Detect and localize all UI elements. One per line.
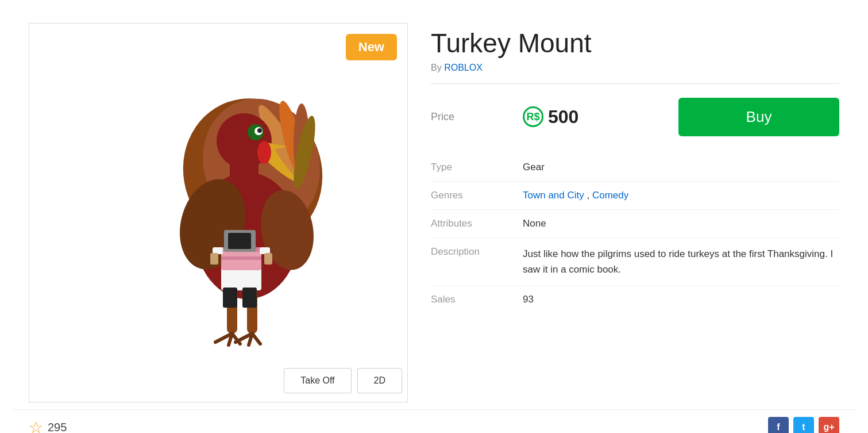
star-icon[interactable]: ☆ <box>29 418 43 434</box>
detail-table: Type Gear Genres Town and City , Comedy … <box>431 154 839 313</box>
attributes-row: Attributes None <box>431 209 839 237</box>
item-details-section: Turkey Mount By ROBLOX Price R$ 500 Buy <box>431 23 839 398</box>
type-label: Type <box>431 154 523 182</box>
item-title: Turkey Mount <box>431 29 839 58</box>
googleplus-button[interactable]: g+ <box>819 417 839 433</box>
main-content: New Take Off 2D Turkey Mount By ROBLOX P… <box>11 12 857 409</box>
twitter-icon: t <box>802 422 805 432</box>
two-d-button[interactable]: 2D <box>357 368 402 393</box>
robux-icon: R$ <box>523 106 543 127</box>
price-amount: 500 <box>548 106 578 128</box>
genres-label: Genres <box>431 181 523 209</box>
creator-prefix: By <box>431 63 442 72</box>
new-badge: New <box>346 34 397 60</box>
favorites-section: ☆ 295 <box>29 418 67 434</box>
creator-link[interactable]: ROBLOX <box>444 63 483 72</box>
description-text: Just like how the pilgrims used to ride … <box>523 248 833 275</box>
description-value: Just like how the pilgrims used to ride … <box>523 237 839 285</box>
preview-buttons: Take Off 2D <box>284 368 402 393</box>
twitter-button[interactable]: t <box>793 417 814 433</box>
facebook-button[interactable]: f <box>768 417 789 433</box>
sales-label: Sales <box>431 285 523 313</box>
svg-rect-32 <box>228 233 251 249</box>
svg-rect-30 <box>242 288 257 308</box>
favorites-count: 295 <box>48 421 67 434</box>
description-label: Description <box>431 237 523 285</box>
buy-button[interactable]: Buy <box>678 98 839 136</box>
take-off-button[interactable]: Take Off <box>284 368 351 393</box>
type-value: Gear <box>523 154 839 182</box>
svg-point-12 <box>257 128 262 133</box>
svg-rect-28 <box>221 256 261 260</box>
sales-value: 93 <box>523 285 839 313</box>
item-creator: By ROBLOX <box>431 63 839 73</box>
genre1-link[interactable]: Town and City <box>523 190 584 201</box>
googleplus-icon: g+ <box>823 422 834 432</box>
genres-row: Genres Town and City , Comedy <box>431 181 839 209</box>
type-row: Type Gear <box>431 154 839 182</box>
price-buy-row: Price R$ 500 Buy <box>431 98 839 136</box>
genre-separator: , <box>584 190 592 201</box>
svg-point-14 <box>257 141 271 164</box>
divider <box>431 83 839 84</box>
sales-row: Sales 93 <box>431 285 839 313</box>
svg-line-24 <box>252 334 260 344</box>
attributes-value: None <box>523 209 839 237</box>
item-preview-section: New Take Off 2D <box>29 23 408 398</box>
genres-value: Town and City , Comedy <box>523 181 839 209</box>
turkey-illustration <box>92 58 345 368</box>
svg-rect-29 <box>223 288 237 308</box>
svg-rect-36 <box>264 253 272 265</box>
social-icons: f t g+ <box>768 417 839 433</box>
price-label: Price <box>431 111 506 123</box>
attributes-label: Attributes <box>431 209 523 237</box>
svg-rect-35 <box>210 253 218 265</box>
facebook-icon: f <box>777 422 780 432</box>
bottom-bar: ☆ 295 f t g+ <box>11 409 857 433</box>
item-image-box: New <box>29 23 408 403</box>
description-row: Description Just like how the pilgrims u… <box>431 237 839 285</box>
genre2-link[interactable]: Comedy <box>592 190 628 201</box>
price-value: R$ 500 <box>523 106 661 128</box>
page-container: New Take Off 2D Turkey Mount By ROBLOX P… <box>11 12 857 433</box>
